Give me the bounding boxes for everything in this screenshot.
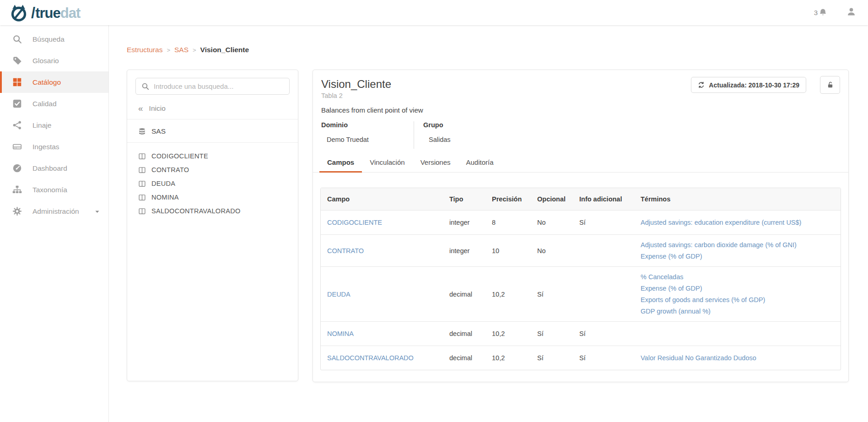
tree-search-input[interactable] xyxy=(154,82,284,90)
field-link-saldocontravalorado[interactable]: SALDOCONTRAVALORADO xyxy=(327,354,414,362)
sidebar-item-busqueda[interactable]: Búsqueda xyxy=(0,28,108,50)
tree-item-label: CONTRATO xyxy=(151,166,189,173)
sidebar-item-catalogo[interactable]: Catálogo xyxy=(0,71,108,93)
breadcrumb-link-sas[interactable]: SAS xyxy=(174,46,189,54)
table-columns-icon xyxy=(138,180,146,188)
fields-table-header: Campo Tipo Precisión Opcional Info adici… xyxy=(321,188,841,210)
user-menu-button[interactable] xyxy=(846,7,856,18)
field-optional: No xyxy=(531,219,573,226)
sidebar: Búsqueda Glosario Catálogo Calidad Linaj… xyxy=(0,25,109,422)
field-type: decimal xyxy=(443,291,485,298)
notifications-button[interactable]: 3 xyxy=(814,8,827,17)
field-precision: 10 xyxy=(485,247,531,254)
tree-root-label: SAS xyxy=(151,127,166,135)
tree-item-nomina[interactable]: NOMINA xyxy=(138,190,298,204)
field-link-contrato[interactable]: CONTRATO xyxy=(327,247,364,254)
logo-text-primary: true xyxy=(35,5,60,21)
sidebar-item-label: Glosario xyxy=(32,57,59,65)
chevron-down-icon xyxy=(94,208,100,214)
sidebar-item-calidad[interactable]: Calidad xyxy=(0,93,108,114)
gear-icon xyxy=(12,206,22,216)
sidebar-item-dashboard[interactable]: Dashboard xyxy=(0,157,108,179)
fields-table: Campo Tipo Precisión Opcional Info adici… xyxy=(320,188,841,370)
sidebar-item-label: Dashboard xyxy=(32,164,67,173)
sidebar-item-label: Búsqueda xyxy=(32,35,65,43)
term-link[interactable]: Expense (% of GDP) xyxy=(641,283,834,294)
tree-item-contrato[interactable]: CONTRATO xyxy=(138,163,298,177)
tree-root-sas[interactable]: SAS xyxy=(127,119,298,143)
breadcrumb-separator: > xyxy=(167,47,170,54)
field-link-nomina[interactable]: NOMINA xyxy=(327,330,354,337)
field-precision: 10,2 xyxy=(485,330,531,337)
app-logo[interactable]: /truedat xyxy=(9,4,80,22)
field-additional-info: Sí xyxy=(573,330,634,337)
unlock-button[interactable] xyxy=(820,76,840,94)
group-value: Salidas xyxy=(429,136,451,143)
updated-label: Actualizada: 2018-10-30 17:29 xyxy=(709,81,799,89)
field-link-codigocliente[interactable]: CODIGOCLIENTE xyxy=(327,219,382,226)
detail-tabs: Campos Vinculación Versiones Auditoría xyxy=(313,153,848,173)
tab-campos[interactable]: Campos xyxy=(319,153,362,173)
logo-slash: / xyxy=(31,4,35,21)
sidebar-item-label: Linaje xyxy=(32,121,51,130)
term-link[interactable]: Exports of goods and services (% of GDP) xyxy=(641,294,834,305)
tab-auditoria[interactable]: Auditoría xyxy=(458,153,501,173)
collapse-left-icon: « xyxy=(138,104,143,113)
table-columns-icon xyxy=(138,194,146,201)
structure-tree-panel: « Inicio SAS CODIGOCLIENTE CONTRATO DEUD… xyxy=(127,70,298,381)
sitemap-icon xyxy=(12,185,22,195)
tree-home-link[interactable]: « Inicio xyxy=(127,95,298,119)
table-row: SALDOCONTRAVALORADO decimal 10,2 Sí Sí V… xyxy=(321,346,841,370)
column-header-tipo: Tipo xyxy=(443,195,485,203)
field-precision: 10,2 xyxy=(485,291,531,298)
field-type: integer xyxy=(443,219,485,226)
field-additional-info: Sí xyxy=(573,354,634,362)
column-header-precision: Precisión xyxy=(485,195,531,203)
structure-type-subtitle: Tabla 2 xyxy=(321,92,840,99)
refresh-updated-button[interactable]: Actualizada: 2018-10-30 17:29 xyxy=(691,77,806,93)
breadcrumb-link-estructuras[interactable]: Estructuras xyxy=(127,46,162,54)
tree-item-label: DEUDA xyxy=(151,180,175,187)
table-columns-icon xyxy=(138,166,146,174)
term-link[interactable]: Adjusted savings: education expenditure … xyxy=(641,217,834,228)
server-icon xyxy=(12,142,22,151)
structure-description: Balances from client point of view xyxy=(321,106,840,114)
tree-item-saldocontravalorado[interactable]: SALDOCONTRAVALORADO xyxy=(138,204,298,218)
field-optional: No xyxy=(531,247,573,254)
field-type: decimal xyxy=(443,330,485,337)
search-icon xyxy=(141,82,149,90)
sidebar-item-label: Taxonomía xyxy=(32,186,67,194)
table-row: CONTRATO integer 10 No Adjusted savings:… xyxy=(321,234,841,266)
tree-item-label: SALDOCONTRAVALORADO xyxy=(151,207,241,215)
field-optional: Sí xyxy=(531,354,573,362)
sidebar-item-taxonomia[interactable]: Taxonomía xyxy=(0,179,108,200)
user-icon xyxy=(846,7,856,18)
table-row: DEUDA decimal 10,2 Sí % Canceladas Expen… xyxy=(321,266,841,321)
tree-item-deuda[interactable]: DEUDA xyxy=(138,177,298,190)
check-square-icon xyxy=(12,99,22,108)
breadcrumb-current: Vision_Cliente xyxy=(200,46,249,54)
breadcrumb-separator: > xyxy=(193,47,196,54)
term-link[interactable]: Valor Residual No Garantizado Dudoso xyxy=(641,352,834,363)
term-link[interactable]: Adjusted savings: carbon dioxide damage … xyxy=(641,239,834,250)
field-optional: Sí xyxy=(531,330,573,337)
field-type: integer xyxy=(443,247,485,254)
sidebar-item-linaje[interactable]: Linaje xyxy=(0,114,108,136)
top-nav: /truedat 3 xyxy=(0,0,868,25)
tab-vinculacion[interactable]: Vinculación xyxy=(362,153,412,173)
table-row: CODIGOCLIENTE integer 8 No Sí Adjusted s… xyxy=(321,210,841,234)
term-link[interactable]: GDP growth (annual %) xyxy=(641,306,834,317)
sidebar-item-glosario[interactable]: Glosario xyxy=(0,50,108,71)
term-link[interactable]: % Canceladas xyxy=(641,271,834,282)
tree-item-codigocliente[interactable]: CODIGOCLIENTE xyxy=(138,149,298,163)
sidebar-item-label: Ingestas xyxy=(32,143,59,151)
refresh-icon xyxy=(698,81,705,88)
term-link[interactable]: Expense (% of GDP) xyxy=(641,251,834,262)
sidebar-item-administracion[interactable]: Administración xyxy=(0,200,108,222)
sidebar-item-label: Calidad xyxy=(32,100,57,108)
field-link-deuda[interactable]: DEUDA xyxy=(327,291,350,298)
sidebar-item-ingestas[interactable]: Ingestas xyxy=(0,136,108,157)
column-header-campo: Campo xyxy=(321,195,443,203)
logo-text-secondary: dat xyxy=(60,5,81,21)
tab-versiones[interactable]: Versiones xyxy=(413,153,458,173)
